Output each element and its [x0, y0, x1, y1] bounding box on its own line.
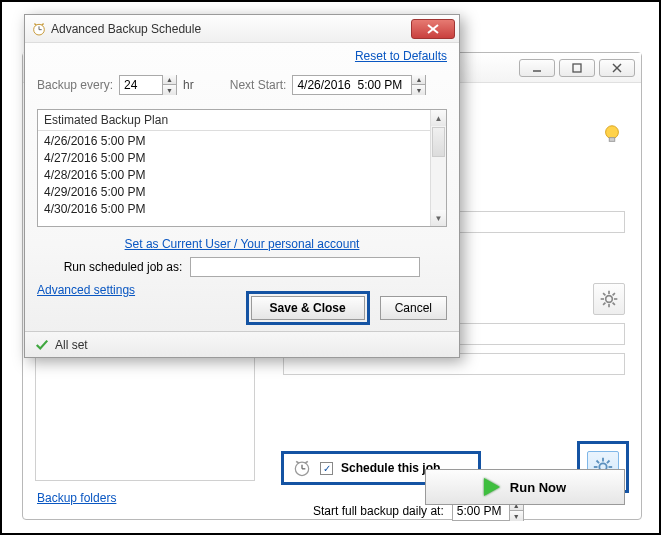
- list-item[interactable]: 4/30/2016 5:00 PM: [44, 201, 440, 218]
- list-scrollbar[interactable]: ▲ ▼: [430, 110, 446, 226]
- svg-line-27: [607, 460, 610, 463]
- close-button[interactable]: [599, 59, 635, 77]
- start-full-time-input[interactable]: [453, 504, 509, 518]
- maximize-button[interactable]: [559, 59, 595, 77]
- dialog-status-bar: All set: [25, 331, 459, 357]
- play-icon: [484, 478, 500, 496]
- spinner-down-icon[interactable]: ▼: [411, 85, 425, 95]
- scroll-up-icon[interactable]: ▲: [431, 110, 446, 126]
- next-start-input[interactable]: [293, 78, 411, 92]
- next-start-label: Next Start:: [230, 78, 287, 92]
- svg-line-32: [34, 23, 36, 24]
- svg-line-19: [305, 461, 308, 463]
- list-header: Estimated Backup Plan: [38, 110, 446, 131]
- list-item[interactable]: 4/29/2016 5:00 PM: [44, 184, 440, 201]
- dialog-title: Advanced Backup Schedule: [51, 22, 201, 36]
- scroll-thumb[interactable]: [432, 127, 445, 157]
- save-close-highlight: Save & Close: [246, 291, 370, 325]
- svg-point-6: [606, 296, 613, 303]
- advanced-settings-link[interactable]: Advanced settings: [37, 283, 135, 297]
- estimated-plan-listbox[interactable]: Estimated Backup Plan 4/26/2016 5:00 PM …: [37, 109, 447, 227]
- run-now-button[interactable]: Run Now: [425, 469, 625, 505]
- svg-line-18: [296, 461, 299, 463]
- alarm-clock-icon: [292, 458, 312, 478]
- svg-rect-1: [573, 64, 581, 72]
- settings-gear-button-1[interactable]: [593, 283, 625, 315]
- svg-point-4: [606, 126, 619, 139]
- backup-folders-link[interactable]: Backup folders: [37, 491, 116, 505]
- check-icon: [35, 338, 49, 352]
- hr-label: hr: [183, 78, 194, 92]
- svg-line-14: [603, 303, 605, 305]
- dialog-close-button[interactable]: [411, 19, 455, 39]
- set-current-user-link[interactable]: Set as Current User / Your personal acco…: [37, 237, 447, 251]
- scroll-down-icon[interactable]: ▼: [431, 210, 446, 226]
- spinner-up-icon[interactable]: ▲: [411, 75, 425, 85]
- svg-line-13: [613, 293, 615, 295]
- next-start-spinner[interactable]: ▲ ▼: [292, 75, 426, 95]
- backup-every-label: Backup every:: [37, 78, 113, 92]
- spinner-down-icon[interactable]: ▼: [162, 85, 176, 95]
- minimize-button[interactable]: [519, 59, 555, 77]
- list-item[interactable]: 4/28/2016 5:00 PM: [44, 167, 440, 184]
- start-full-label: Start full backup daily at:: [313, 504, 444, 518]
- reset-to-defaults-link[interactable]: Reset to Defaults: [355, 49, 447, 63]
- run-now-label: Run Now: [510, 480, 566, 495]
- save-close-button[interactable]: Save & Close: [251, 296, 365, 320]
- svg-line-12: [613, 303, 615, 305]
- hint-bulb-icon[interactable]: [601, 123, 623, 145]
- dialog-clock-icon: [31, 21, 47, 37]
- svg-line-11: [603, 293, 605, 295]
- run-as-row: Run scheduled job as:: [37, 257, 447, 277]
- spinner-up-icon[interactable]: ▲: [162, 75, 176, 85]
- list-item[interactable]: 4/26/2016 5:00 PM: [44, 133, 440, 150]
- svg-rect-5: [609, 138, 615, 142]
- run-as-label: Run scheduled job as:: [64, 260, 183, 274]
- backup-every-spinner[interactable]: ▲ ▼: [119, 75, 177, 95]
- backup-every-row: Backup every: ▲ ▼ hr Next Start: ▲ ▼: [37, 75, 447, 95]
- advanced-backup-schedule-dialog: Advanced Backup Schedule Reset to Defaul…: [24, 14, 460, 358]
- schedule-checkbox[interactable]: ✓: [320, 462, 333, 475]
- status-text: All set: [55, 338, 88, 352]
- cancel-button[interactable]: Cancel: [380, 296, 447, 320]
- dialog-titlebar: Advanced Backup Schedule: [25, 15, 459, 43]
- spinner-down-icon[interactable]: ▼: [509, 511, 523, 521]
- backup-every-input[interactable]: [120, 78, 162, 92]
- svg-line-25: [596, 460, 599, 463]
- svg-line-33: [42, 23, 44, 24]
- list-items: 4/26/2016 5:00 PM 4/27/2016 5:00 PM 4/28…: [38, 131, 446, 220]
- run-as-input[interactable]: [190, 257, 420, 277]
- scroll-track[interactable]: [431, 158, 446, 210]
- list-item[interactable]: 4/27/2016 5:00 PM: [44, 150, 440, 167]
